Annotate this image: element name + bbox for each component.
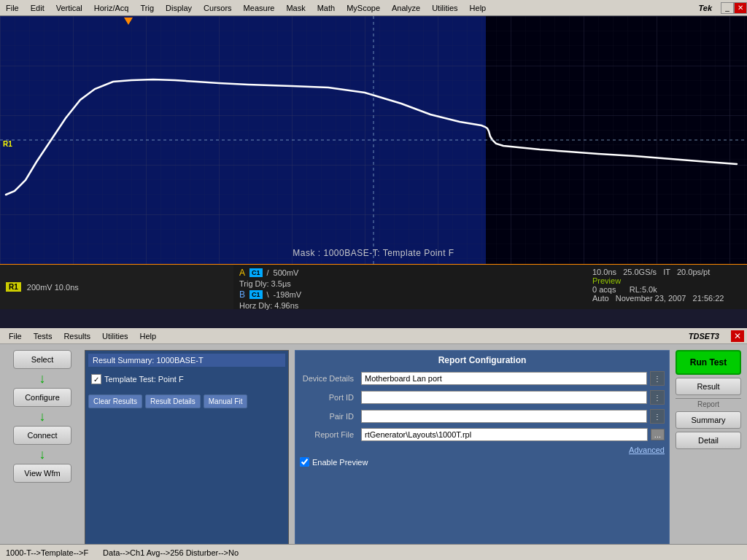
menu-measure[interactable]: Measure — [238, 2, 281, 14]
tdset-section: File Tests Results Utilities Help TDSET3… — [0, 328, 747, 560]
tdset-menu-file[interactable]: File — [3, 330, 28, 342]
advanced-link[interactable]: Advanced — [629, 446, 665, 454]
trig-dly: Trig Dly: 3.5µs — [239, 279, 291, 288]
menu-mask[interactable]: Mask — [280, 2, 311, 14]
tdset-menu-results[interactable]: Results — [58, 330, 96, 342]
tdset-menu-help[interactable]: Help — [134, 330, 163, 342]
enable-preview-label: Enable Preview — [312, 458, 368, 467]
pair-id-input[interactable] — [361, 410, 647, 423]
result-panel-title: Result Summary: 1000BASE-T — [88, 354, 285, 367]
chb-readout-row: B C1 \ -198mV — [239, 289, 581, 300]
scope-menu-bar: File Edit Vertical Horiz/Acq Trig Displa… — [0, 0, 747, 16]
device-details-input[interactable] — [361, 372, 647, 385]
tdset-title: TDSET3 — [683, 330, 725, 342]
menu-display[interactable]: Display — [160, 2, 198, 14]
detail-button[interactable]: Detail — [676, 432, 741, 449]
ch1-time: 10.0ns — [55, 283, 79, 292]
pair-id-btn[interactable]: ⋮ — [650, 409, 665, 424]
tdset-body: Select ↓ Configure ↓ Connect ↓ View Wfm … — [0, 344, 747, 556]
acqs-row: 0 acqs RL:5.0k — [592, 285, 741, 294]
result-buttons: Clear Results Result Details Manual Fit — [88, 392, 285, 408]
view-wfm-button[interactable]: View Wfm — [13, 464, 71, 483]
chb-icon: \ — [267, 290, 269, 299]
report-file-row: Report File ... — [300, 428, 665, 441]
tdset-menubar: File Tests Results Utilities Help TDSET3… — [0, 328, 747, 344]
result-item-label-0: Template Test: Point F — [104, 375, 184, 384]
mid-readouts: A C1 / 500mV Trig Dly: 3.5µs B C1 \ -198… — [233, 265, 587, 309]
date-row: Auto November 23, 2007 21:56:22 — [592, 294, 741, 303]
configure-button[interactable]: Configure — [13, 388, 71, 407]
ch1-voltage: 200mV — [27, 283, 53, 292]
clear-results-button[interactable]: Clear Results — [88, 394, 142, 408]
waveform-area: R1 Mask : 1000BASE-T: Template Point F — [0, 16, 747, 264]
menu-trig[interactable]: Trig — [134, 2, 160, 14]
arrow-down-1: ↓ — [39, 372, 46, 385]
result-button[interactable]: Result — [676, 378, 741, 395]
window-controls: _ ✕ — [721, 2, 747, 14]
a-label: A — [239, 268, 245, 278]
b-label: B — [239, 289, 245, 300]
pspt: 20.0ps/pt — [677, 268, 710, 276]
result-details-button[interactable]: Result Details — [145, 394, 201, 408]
port-id-label: Port ID — [300, 393, 358, 402]
port-id-btn[interactable]: ⋮ — [650, 390, 665, 405]
pair-id-row: Pair ID ⋮ — [300, 409, 665, 424]
rl: RL:5.0k — [630, 285, 657, 294]
tdset-menu-tests[interactable]: Tests — [28, 330, 58, 342]
mask-label: Mask : 1000BASE-T: Template Point F — [293, 248, 454, 258]
run-test-button[interactable]: Run Test — [676, 350, 741, 375]
menu-help[interactable]: Help — [464, 2, 492, 14]
enable-preview-checkbox[interactable] — [300, 457, 309, 467]
cha-icon: / — [267, 268, 269, 277]
report-config-panel: Report Configuration Device Details ⋮ Po… — [295, 350, 670, 550]
summary-button[interactable]: Summary — [676, 411, 741, 429]
menu-cursors[interactable]: Cursors — [198, 2, 238, 14]
date: November 23, 2007 — [616, 294, 686, 303]
menu-myscope[interactable]: MyScope — [341, 2, 386, 14]
menu-edit[interactable]: Edit — [25, 2, 50, 14]
time-base-row: 10.0ns 25.0GS/s IT 20.0ps/pt — [592, 268, 741, 276]
chb-value: -198mV — [274, 290, 302, 299]
pair-id-label: Pair ID — [300, 412, 358, 421]
right-actions: Run Test Result Report Summary Detail — [676, 350, 741, 550]
trig-row: Trig Dly: 3.5µs — [239, 279, 581, 288]
result-panel: Result Summary: 1000BASE-T ✓ Template Te… — [85, 350, 289, 550]
ch-label-box: R1 200mV 10.0ns — [0, 265, 233, 309]
cha-badge: C1 — [249, 268, 263, 277]
report-file-browse-btn[interactable]: ... — [651, 429, 665, 440]
r1-tag: R1 — [6, 282, 21, 292]
cha-value: 500mV — [274, 268, 299, 277]
connect-button[interactable]: Connect — [13, 426, 71, 445]
report-file-label: Report File — [300, 430, 358, 439]
acqs: 0 acqs — [592, 285, 616, 294]
r1-marker: R1 — [3, 140, 12, 148]
menu-file[interactable]: File — [0, 2, 25, 14]
manual-fit-button[interactable]: Manual Fit — [204, 394, 248, 408]
menu-math[interactable]: Math — [311, 2, 341, 14]
arrow-down-2: ↓ — [39, 410, 46, 423]
tdset-close-button[interactable]: ✕ — [731, 330, 744, 342]
device-details-btn[interactable]: ⋮ — [650, 371, 665, 386]
port-id-row: Port ID ⋮ — [300, 390, 665, 405]
minimize-button[interactable]: _ — [721, 2, 734, 14]
horz-row: Horz Dly: 4.96ns — [239, 301, 581, 310]
time-display: 21:56:22 — [693, 294, 724, 303]
report-file-input[interactable] — [361, 428, 648, 441]
menu-vertical[interactable]: Vertical — [50, 2, 88, 14]
select-button[interactable]: Select — [13, 350, 71, 369]
menu-horiz-acq[interactable]: Horiz/Acq — [88, 2, 135, 14]
menu-utilities[interactable]: Utilities — [426, 2, 463, 14]
cha-readout-row: A C1 / 500mV — [239, 268, 581, 278]
scope-section: File Edit Vertical Horiz/Acq Trig Displa… — [0, 0, 747, 328]
port-id-input[interactable] — [361, 391, 647, 404]
enable-preview-row: Enable Preview — [300, 457, 665, 467]
tdset-menu-utilities[interactable]: Utilities — [96, 330, 133, 342]
menu-analyze[interactable]: Analyze — [386, 2, 426, 14]
result-item-0: ✓ Template Test: Point F — [91, 373, 282, 386]
left-buttons: Select ↓ Configure ↓ Connect ↓ View Wfm — [6, 350, 79, 550]
result-checkbox-0[interactable]: ✓ — [91, 374, 101, 384]
status-middle: Data-->Ch1 Avg-->256 Disturber-->No — [103, 548, 239, 557]
trigger-marker — [124, 18, 133, 25]
info-bar: R1 200mV 10.0ns A C1 / 500mV Trig Dly: 3… — [0, 264, 747, 309]
close-button[interactable]: ✕ — [734, 2, 747, 14]
